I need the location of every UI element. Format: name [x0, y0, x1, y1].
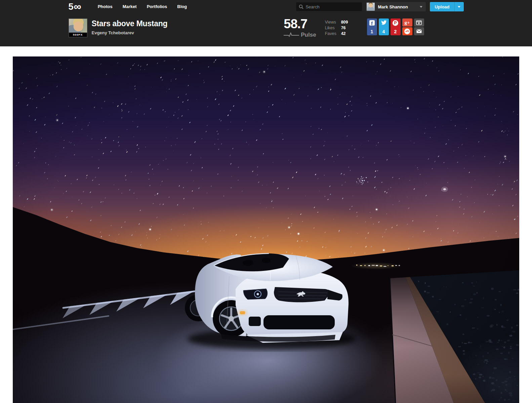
photo-title: Stars above Mustang [92, 19, 168, 28]
nav-item-portfolios[interactable]: Portfolios [142, 0, 172, 13]
photo-image [13, 56, 519, 403]
main-nav: Photos Market Portfolios Blog [93, 0, 192, 13]
pinterest-share-button[interactable]: P 2 [391, 18, 401, 35]
share-tray-icon [416, 20, 422, 25]
author-avatar-badge: 500PX [69, 33, 87, 37]
email-share-button[interactable] [414, 27, 424, 35]
pulse-score: 58.7 Pulse [284, 18, 316, 38]
nav-item-photos[interactable]: Photos [93, 0, 118, 13]
envelope-icon [416, 29, 422, 33]
pulse-value: 58.7 [284, 18, 316, 29]
search-icon [299, 4, 303, 9]
photo-header-bar: 500PX Stars above Mustang Evgeny Tchebot… [0, 13, 532, 46]
add-to-gallery-button[interactable] [414, 18, 424, 27]
pulse-label: Pulse [301, 32, 316, 38]
nav-item-blog[interactable]: Blog [172, 0, 192, 13]
logo-glyph: 5 [69, 2, 74, 11]
facebook-share-button[interactable]: f 1 [367, 18, 377, 35]
user-avatar [367, 3, 375, 11]
search-input[interactable] [305, 4, 356, 9]
facebook-share-count: 1 [371, 29, 373, 34]
googleplus-share-button[interactable]: g+ [402, 18, 412, 27]
chevron-down-icon [420, 6, 422, 8]
top-nav-bar: 5∞ Photos Market Portfolios Blog Mark Sh… [0, 0, 532, 13]
likes-count: 76 [341, 25, 346, 31]
photo[interactable] [13, 56, 519, 403]
logo-500px[interactable]: 5∞ [69, 2, 81, 11]
twitter-icon [381, 20, 387, 25]
pinterest-icon: P [393, 20, 398, 26]
stumbleupon-icon [404, 29, 410, 34]
user-menu[interactable]: Mark Shannon [366, 2, 426, 11]
user-name: Mark Shannon [378, 4, 408, 9]
photo-stats: Views809 Likes76 Faves42 [325, 18, 348, 38]
nav-item-market[interactable]: Market [118, 0, 142, 13]
pinterest-share-count: 2 [394, 29, 397, 34]
googleplus-icon: g+ [404, 20, 410, 26]
twitter-share-button[interactable]: 4 [379, 18, 389, 35]
upload-chevron-down-icon[interactable] [458, 6, 460, 8]
share-buttons: f 1 4 P 2 g+ [367, 18, 424, 38]
twitter-share-count: 4 [382, 29, 385, 34]
upload-button[interactable]: Upload [430, 2, 463, 11]
search-box[interactable] [296, 2, 362, 11]
facebook-icon: f [369, 20, 375, 26]
photo-author-link[interactable]: Evgeny Tchebotarev [92, 30, 168, 35]
faves-count: 42 [341, 31, 346, 37]
views-count: 809 [341, 19, 348, 25]
pulse-ekg-icon [284, 32, 299, 38]
stumbleupon-share-button[interactable] [402, 27, 412, 35]
author-avatar[interactable]: 500PX [69, 18, 87, 37]
